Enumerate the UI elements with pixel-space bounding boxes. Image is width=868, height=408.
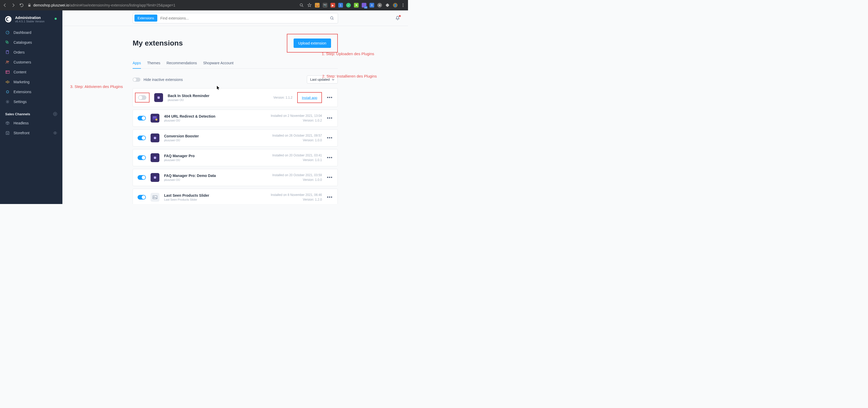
extension-info: Conversion Booster pluszwei OÜ <box>164 134 265 142</box>
extension-toggle[interactable] <box>137 155 146 160</box>
ext-badge-icon[interactable]: 1 <box>338 3 343 7</box>
status-dot <box>55 18 57 20</box>
ext-blue-icon[interactable]: II <box>370 3 374 7</box>
extension-more-button[interactable]: ••• <box>327 135 333 141</box>
tab-label: Apps <box>133 61 141 65</box>
extension-more-button[interactable]: ••• <box>327 154 333 161</box>
install-highlight-box: Install app <box>297 92 322 103</box>
sales-channel-label: Headless <box>13 121 29 125</box>
tab-recommendations[interactable]: Recommendations <box>167 59 197 68</box>
extension-info: FAQ Manager Pro pluszwei OÜ <box>164 154 265 162</box>
extension-vendor: pluszwei OÜ <box>164 178 265 181</box>
eye-icon[interactable] <box>53 131 57 135</box>
extension-info: FAQ Manager Pro: Demo Data pluszwei OÜ <box>164 174 265 181</box>
extension-row: l2 FAQ Manager Pro pluszwei OÜ Installed… <box>133 149 338 166</box>
sidebar-item-dashboard[interactable]: Dashboard <box>0 28 62 37</box>
sidebar-item-content[interactable]: Content <box>0 67 62 77</box>
extension-info: 404 URL Redirect & Detection pluszwei OÜ <box>164 114 265 122</box>
extension-meta: Installed on 26 October 2021, 09:57Versi… <box>270 133 322 143</box>
upload-extension-button[interactable]: Upload extension <box>293 38 331 48</box>
search-bar[interactable]: Extensions <box>133 13 338 23</box>
ext-purple-icon[interactable]: 11 <box>362 3 366 7</box>
browser-forward-icon[interactable] <box>11 3 16 7</box>
extension-vendor: Last Seen Products Slider <box>164 198 265 201</box>
extension-toggle[interactable] <box>137 175 146 180</box>
svg-point-3 <box>403 6 404 7</box>
ext-badge-count: 11 <box>364 6 367 8</box>
notifications-icon[interactable] <box>395 16 400 21</box>
tab-apps[interactable]: Apps <box>133 59 141 69</box>
svg-rect-33 <box>153 196 157 199</box>
tab-label: Shopware Account <box>203 61 234 65</box>
ext-gray-icon[interactable]: ✦ <box>377 3 382 7</box>
marketing-icon <box>5 80 10 84</box>
search-icon[interactable] <box>299 3 304 7</box>
ext-camera-icon[interactable]: 📷 <box>323 3 328 7</box>
puzzle-icon[interactable] <box>385 3 390 7</box>
sidebar: Administration v6.4.5.1 Stable Version D… <box>0 10 62 204</box>
extension-more-button[interactable]: ••• <box>327 194 333 200</box>
svg-rect-6 <box>6 41 7 42</box>
sidebar-item-label: Settings <box>13 100 27 104</box>
extension-meta: Version: 1.1.2 <box>241 95 292 100</box>
hide-inactive-toggle[interactable]: Hide inactive extensions <box>133 78 183 82</box>
browser-back-icon[interactable] <box>3 3 7 7</box>
extension-icon: l2 <box>151 153 159 162</box>
extension-toggle[interactable] <box>137 136 146 140</box>
extension-more-button[interactable]: ••• <box>327 115 333 121</box>
svg-rect-11 <box>6 71 9 74</box>
svg-point-9 <box>6 61 8 62</box>
tab-shopware-account[interactable]: Shopware Account <box>203 59 234 68</box>
extension-more-button[interactable]: ••• <box>327 174 333 181</box>
add-channel-icon[interactable] <box>53 112 57 116</box>
sidebar-item-label: Catalogues <box>13 40 32 45</box>
settings-icon <box>5 99 10 104</box>
brand: Administration v6.4.5.1 Stable Version <box>0 14 62 28</box>
extension-meta: Installed on 8 November 2021, 06:46Versi… <box>270 193 322 202</box>
extensions-list: l2 Back In Stock Reminder pluszwei OÜ Ve… <box>133 88 338 204</box>
sales-channel-item[interactable]: Storefront <box>0 128 62 138</box>
admin-version: v6.4.5.1 Stable Version <box>15 20 44 23</box>
extension-toggle[interactable] <box>137 195 146 200</box>
ext-red-icon[interactable]: ▶ <box>331 3 335 7</box>
search-input[interactable] <box>157 16 330 20</box>
sidebar-item-label: Extensions <box>13 90 31 94</box>
svg-point-16 <box>55 133 56 134</box>
install-app-link[interactable]: Install app <box>302 96 317 100</box>
extension-meta: Installed on 20 October 2021, 03:59Versi… <box>270 173 322 182</box>
extension-row: 404 URL Redirect & Detection pluszwei OÜ… <box>133 110 338 127</box>
url-domain: demoshop.pluszwei.io <box>33 3 69 7</box>
sidebar-item-catalogues[interactable]: Catalogues <box>0 37 62 47</box>
search-icon[interactable] <box>330 16 334 20</box>
extension-name: Last Seen Products Slider <box>164 193 265 198</box>
extension-toggle[interactable] <box>137 116 146 120</box>
sales-channel-item[interactable]: Headless <box>0 118 62 128</box>
sidebar-item-marketing[interactable]: Marketing <box>0 77 62 87</box>
extension-info: Back In Stock Reminder pluszwei OÜ <box>168 94 236 101</box>
browser-reload-icon[interactable] <box>19 3 24 7</box>
browser-menu-icon[interactable] <box>401 3 405 7</box>
extension-more-button[interactable]: ••• <box>327 94 333 101</box>
search-context-tag[interactable]: Extensions <box>134 14 157 22</box>
sidebar-item-extensions[interactable]: Extensions <box>0 87 62 97</box>
profile-avatar-icon[interactable]: 👤 <box>393 3 398 7</box>
sales-channels-label: Sales Channels <box>5 112 30 116</box>
sidebar-item-settings[interactable]: Settings <box>0 97 62 107</box>
content-icon <box>5 70 10 75</box>
hide-inactive-switch[interactable] <box>133 78 141 82</box>
sidebar-item-orders[interactable]: Orders <box>0 47 62 57</box>
svg-point-17 <box>331 17 333 19</box>
extension-icon: l2 <box>151 173 159 182</box>
sidebar-item-customers[interactable]: Customers <box>0 57 62 67</box>
star-icon[interactable] <box>307 3 312 7</box>
svg-point-10 <box>8 61 9 62</box>
sidebar-item-label: Dashboard <box>13 30 31 35</box>
extension-toggle[interactable] <box>138 95 146 100</box>
ext-cookie-icon[interactable]: 🍪 <box>315 3 319 7</box>
ext-flag-icon[interactable]: ⚑ <box>354 3 359 7</box>
extension-row: Last Seen Products Slider Last Seen Prod… <box>133 188 338 204</box>
tab-themes[interactable]: Themes <box>147 59 160 68</box>
ext-green-icon[interactable]: ✓ <box>346 3 351 7</box>
svg-point-1 <box>403 3 404 4</box>
browser-address-bar[interactable]: demoshop.pluszwei.io/admin#/sw/extension… <box>28 3 296 7</box>
